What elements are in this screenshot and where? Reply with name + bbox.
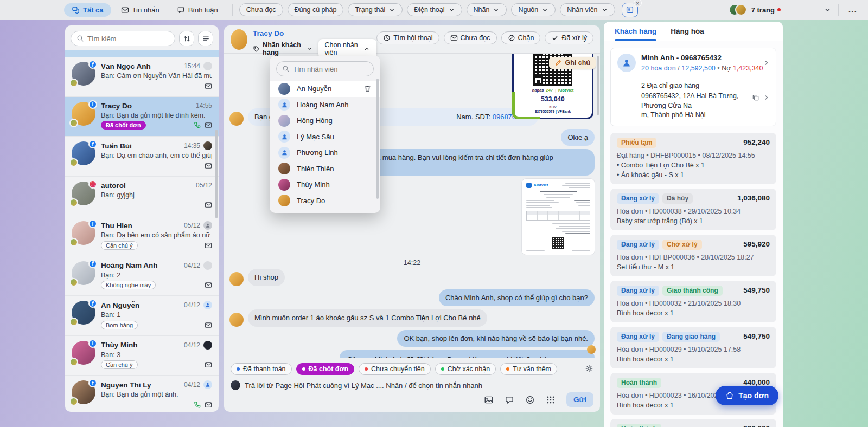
bag-icon [725,391,734,400]
tab-customer[interactable]: Khách hàng [615,22,656,41]
filter-unread[interactable]: Chưa đọc [239,3,283,16]
tag-settings-button[interactable] [585,364,593,373]
chevron-down-icon [541,7,548,14]
order-card[interactable]: Phiếu tạm 952,240 Đặt hàng • DHFBP000015… [610,133,776,184]
conversation-row[interactable]: Hoàng Nam Anh04/12 Bạn: 2 Không nghe máy [65,256,219,296]
customer-card[interactable]: Minh Anh - 0968765432 20 hóa đơn / 12,59… [610,48,776,126]
status-tag-consult[interactable]: Tư vấn thêm [500,363,557,375]
topbar-divider [838,4,839,16]
image-icon[interactable] [484,395,494,405]
pages-count-label: 7 trang [751,6,775,14]
chat-contact-name[interactable]: Tracy Do [253,29,376,37]
dropdown-scrollbar[interactable] [376,79,379,199]
conversation-sidebar: Văn Ngọc Anh15:44 Bạn: Cảm ơn Nguyễn Văn… [65,25,219,412]
invoice-image-message[interactable]: KiotViet [522,179,595,255]
staff-name: Tracy Do [297,197,325,205]
staff-search-box[interactable] [276,61,374,76]
tab-all[interactable]: Tất cả [64,3,111,17]
conversation-row-selected[interactable]: Tracy Do14:55 Bạn: Bạn đã gửi một file đ… [65,97,219,137]
conversation-row[interactable]: Thùy Minh04/12 Bạn: 3 Cần chú ý [65,336,219,376]
find-conversation-button[interactable]: Tìm hội thoại [376,31,439,44]
sort-button[interactable] [179,31,194,46]
staff-item[interactable]: Hoàng Nam Anh [270,97,380,113]
page-avatar [735,4,747,16]
filter-phone[interactable]: Điện thoại [407,3,462,16]
message-bubble: Hi shop [248,269,285,286]
mark-unread-button[interactable]: Chưa đọc [444,31,497,44]
filter-label[interactable]: Nhãn [467,3,507,16]
sidebar-scrollbar[interactable] [215,130,218,218]
page-avatar [69,79,78,87]
quick-reply-icon[interactable] [505,395,514,405]
status-tag-closed[interactable]: Đã chốt đơn [296,363,354,375]
copy-address-button[interactable] [752,94,760,101]
customer-total[interactable]: 12,592,500 [681,64,716,72]
conversation-row[interactable]: Thu Hien05/12 Bạn: Dạ bên em có sản phẩm… [65,216,219,256]
emoji-icon[interactable] [525,395,535,405]
tab-products-label: Hàng hóa [671,27,704,35]
board-filter-button[interactable] [622,3,638,17]
filter-syntax[interactable]: Đúng cú pháp [288,3,344,16]
page-selector[interactable]: 7 trang [729,4,832,16]
facebook-icon [88,379,97,387]
status-tag-paid[interactable]: Đã thanh toán [231,363,292,375]
copy-icon [752,94,760,101]
customer-name: Minh Anh - 0968765432 [641,54,763,62]
staff-item[interactable]: Lý Mạc Sầu [270,129,380,145]
conversation-row[interactable]: An Nguyễn04/12 Bạn: 1 Bom hàng [65,296,219,336]
clear-filter-badge[interactable] [634,0,642,7]
order-meta: Hóa đơn • HD000038 • 29/10/2025 10:34 [617,208,770,215]
mail-icon [205,242,212,249]
conversation-preview: Bạn: Dạ em chào anh, em có thể giúp... [101,152,212,159]
customer-invoice-count[interactable]: 20 hóa đơn [641,64,676,72]
more-menu-button[interactable]: ... [845,5,860,15]
conversation-time: 14:35 [184,142,200,150]
order-card[interactable]: Đang xử lýĐã hủy 1,036,080 Hóa đơn • HD0… [610,189,776,230]
conversation-preview: Bạn: gyjghj [101,191,212,199]
conversation-row[interactable]: autorol05/12 Bạn: gyjghj [65,177,219,217]
order-card[interactable]: Đang xử lýĐang giao hàng 549,750 Hóa đơn… [610,327,776,368]
tab-products[interactable]: Hàng hóa [671,22,704,41]
staff-search-input[interactable] [293,65,368,73]
resolved-button[interactable]: Đã xử lý [545,31,593,44]
filter-staff[interactable]: Nhân viên [560,3,615,16]
assignee-avatar [203,221,212,230]
search-box[interactable] [71,31,175,46]
tab-messages[interactable]: Tin nhắn [113,3,167,17]
conversation-row[interactable]: Nguyen Thi Ly04/12 Bạn: Bạn đã gửi một ả… [65,376,219,412]
staff-item[interactable]: Thiên Thiên [270,161,380,177]
staff-item[interactable]: Tracy Do [270,193,380,209]
filter-status[interactable]: Trạng thái [348,3,403,16]
chat-scrollbar[interactable] [597,56,599,115]
chevron-down-icon [493,7,500,14]
staff-item-selected[interactable]: An Nguyễn [270,81,380,97]
status-tag-no-transfer[interactable]: Chưa chuyển tiền [359,363,431,375]
tab-comments[interactable]: Bình luận [169,3,226,17]
composer[interactable]: Trả lời từ Page Hội Phát cuồng vì Lý Mạc… [231,380,593,390]
note-button[interactable]: Ghi chú [549,57,596,69]
conversation-row[interactable]: Tuấn Bùi14:35 Bạn: Dạ em chào anh, em có… [65,137,219,177]
staff-item[interactable]: Phương Linh [270,145,380,161]
mail-icon [205,361,212,368]
status-tag-waiting[interactable]: Chờ xác nhận [435,363,496,375]
list-filter-button[interactable] [198,31,213,46]
create-order-button[interactable]: Tạo đơn [716,386,778,405]
order-card[interactable]: Đang xử lýChờ xử lý 595,920 Hóa đơn • HD… [610,235,776,276]
order-card[interactable]: Hoàn thành 320,000 Hóa đơn • HD000020 • … [610,419,776,427]
order-meta: Hóa đơn • HD000032 • 21/10/2025 18:30 [617,300,770,307]
address-chevron[interactable] [763,94,770,101]
facebook-icon [88,140,97,148]
filter-source[interactable]: Nguồn [511,3,556,16]
customer-detail-chevron[interactable] [763,59,770,67]
conversation-list: Văn Ngọc Anh15:44 Bạn: Cảm ơn Nguyễn Văn… [65,57,219,412]
block-button[interactable]: Chặn [501,31,541,44]
staff-item[interactable]: Hồng Hồng [270,113,380,129]
conversation-row[interactable]: Văn Ngọc Anh15:44 Bạn: Cảm ơn Nguyễn Văn… [65,57,219,97]
send-button[interactable]: Gửi [566,392,593,407]
search-input[interactable] [87,35,169,43]
staff-item[interactable]: Thùy Minh [270,177,380,193]
order-card[interactable]: Đang xử lýGiao thành công 549,750 Hóa đơ… [610,281,776,322]
apps-grid-icon[interactable] [546,395,556,405]
remove-staff-button[interactable] [363,85,372,93]
address-text[interactable]: 0968765432, 12A Hai Bà Trưng, Phường Cửa… [641,92,769,120]
